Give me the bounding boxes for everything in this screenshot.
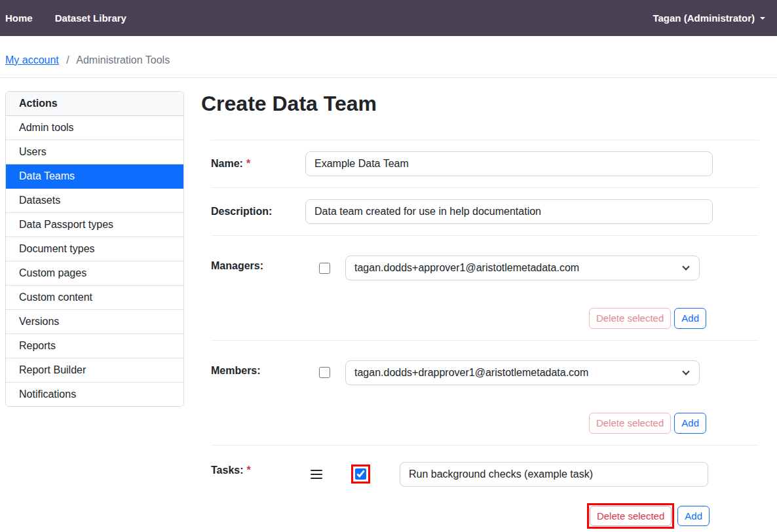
tasks-field-content: Delete selected Add [305,462,759,529]
tasks-label: Tasks:* [211,462,305,476]
description-label-text: Description: [211,206,272,217]
sidebar-item-versions[interactable]: Versions [6,310,183,334]
sidebar-item-reports[interactable]: Reports [6,334,183,358]
members-row-checkbox[interactable] [319,367,330,378]
sidebar-item-custom-content[interactable]: Custom content [6,286,183,310]
sidebar-header: Actions [6,92,183,116]
name-field-row: Name:* [211,140,759,187]
nav-item-dataset-library[interactable]: Dataset Library [55,12,126,24]
managers-label: Managers: [211,256,305,272]
drag-handle-icon[interactable] [311,470,322,479]
description-label: Description: [211,206,305,218]
tasks-add-button[interactable]: Add [677,506,710,527]
members-select-value: tagan.dodds+drapprover1@aristotlemetadat… [354,367,588,379]
tasks-button-row: Delete selected Add [305,503,710,529]
required-asterisk: * [246,158,250,169]
main-panel: Create Data Team Name:* Description: [201,91,777,532]
managers-select-value: tagan.dodds+approver1@aristotlemetadata.… [354,262,579,274]
description-field-content [305,199,759,224]
name-input[interactable] [305,151,713,176]
chevron-down-icon [682,263,689,270]
managers-button-row: Delete selected Add [305,308,706,329]
sidebar-item-datasets[interactable]: Datasets [6,189,183,213]
sidebar-item-users[interactable]: Users [6,140,183,164]
members-field-row: Members: tagan.dodds+drapprover1@aristot… [211,340,759,445]
user-menu-label: Tagan (Administrator) [653,12,755,24]
managers-delete-selected-button[interactable]: Delete selected [589,308,671,329]
chevron-down-icon [682,368,689,375]
breadcrumb-current: Administration Tools [76,54,170,66]
members-label-text: Members: [211,365,261,376]
name-label-text: Name: [211,158,243,169]
members-add-button[interactable]: Add [674,413,706,434]
managers-field-content: tagan.dodds+approver1@aristotlemetadata.… [305,256,759,329]
sidebar-item-admin-tools[interactable]: Admin tools [6,116,183,140]
task-input[interactable] [400,462,708,487]
sidebar-item-data-teams[interactable]: Data Teams [6,164,183,189]
tasks-field-row: Tasks:* Delete selected Add [211,445,759,532]
annotation-highlight-delete-button: Delete selected [587,503,674,529]
members-select[interactable]: tagan.dodds+drapprover1@aristotlemetadat… [345,360,700,385]
members-button-row: Delete selected Add [305,413,706,434]
members-field-content: tagan.dodds+drapprover1@aristotlemetadat… [305,360,759,434]
tasks-control-line [305,462,759,487]
create-data-team-form: Name:* Description: Managers: [211,140,759,532]
name-label: Name:* [211,158,305,170]
managers-field-row: Managers: tagan.dodds+approver1@aristotl… [211,235,759,340]
sidebar-actions: Actions Admin tools Users Data Teams Dat… [5,91,184,407]
managers-control-line: tagan.dodds+approver1@aristotlemetadata.… [305,256,759,280]
managers-label-text: Managers: [211,260,263,271]
user-menu[interactable]: Tagan (Administrator) [653,12,765,24]
nav-item-home[interactable]: Home [5,12,33,24]
description-field-row: Description: [211,187,759,235]
caret-down-icon [760,17,765,20]
managers-select[interactable]: tagan.dodds+approver1@aristotlemetadata.… [345,256,700,280]
members-label: Members: [211,360,305,377]
annotation-highlight-checkbox [351,465,370,484]
required-asterisk: * [247,465,251,476]
members-delete-selected-button[interactable]: Delete selected [589,413,671,434]
sidebar-item-custom-pages[interactable]: Custom pages [6,261,183,286]
managers-row-checkbox[interactable] [319,263,330,274]
sidebar-item-data-passport-types[interactable]: Data Passport types [6,213,183,237]
sidebar-item-report-builder[interactable]: Report Builder [6,358,183,383]
name-field-content [305,151,759,176]
breadcrumb-my-account-link[interactable]: My account [5,54,59,66]
breadcrumb: My account / Administration Tools [0,36,777,78]
navbar: Home Dataset Library Tagan (Administrato… [0,0,777,36]
sidebar-item-document-types[interactable]: Document types [6,237,183,261]
breadcrumb-separator: / [66,54,69,66]
members-control-line: tagan.dodds+drapprover1@aristotlemetadat… [305,360,759,385]
task-row-checkbox[interactable] [355,468,366,480]
tasks-label-text: Tasks: [211,465,244,476]
content-layout: Actions Admin tools Users Data Teams Dat… [0,78,777,532]
sidebar-item-notifications[interactable]: Notifications [6,383,183,406]
page-title: Create Data Team [201,92,759,116]
managers-add-button[interactable]: Add [674,308,706,329]
tasks-delete-selected-button[interactable]: Delete selected [590,506,672,527]
description-input[interactable] [305,199,713,224]
